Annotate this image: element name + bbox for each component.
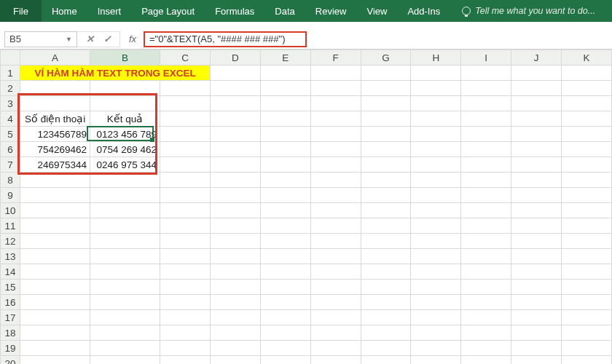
cell[interactable] [511,249,562,264]
cell[interactable] [90,203,160,218]
cell[interactable] [511,295,562,310]
cell[interactable] [210,341,260,356]
tab-file[interactable]: File [0,0,42,22]
cell[interactable] [160,325,211,341]
cell[interactable] [260,280,310,295]
cell[interactable] [461,203,511,218]
row-header-1[interactable]: 1 [1,66,20,81]
cell-B7[interactable]: 0246 975 344 [90,157,160,173]
cell[interactable] [90,280,160,295]
cell[interactable] [361,234,411,249]
cell[interactable] [562,188,612,203]
cell[interactable] [260,96,310,111]
cell[interactable] [310,127,361,142]
cell[interactable] [260,81,310,96]
cell[interactable] [562,249,612,264]
cell[interactable] [90,218,160,234]
cell[interactable] [310,142,361,157]
cell[interactable] [210,356,260,365]
cell[interactable] [411,264,461,280]
cell[interactable] [20,325,90,341]
row-header-7[interactable]: 7 [1,157,20,173]
cell[interactable] [20,188,90,203]
cell[interactable] [90,341,160,356]
cell[interactable] [90,325,160,341]
cell[interactable] [210,188,260,203]
cell[interactable] [160,310,211,325]
cell[interactable] [20,96,90,111]
cell[interactable] [20,310,90,325]
cell-A6[interactable]: 754269462 [20,142,90,157]
cell[interactable] [562,81,612,96]
cell[interactable] [310,341,361,356]
cell[interactable] [160,127,211,142]
cell[interactable] [361,203,411,218]
cell[interactable] [160,218,211,234]
cell[interactable] [562,203,612,218]
cell[interactable] [461,249,511,264]
cell[interactable] [461,325,511,341]
cell[interactable] [260,157,310,173]
cell[interactable] [260,142,310,157]
cell[interactable] [361,111,411,127]
cell-B5[interactable]: 0123 456 789 [90,127,160,142]
cell[interactable] [210,310,260,325]
cell[interactable] [361,96,411,111]
cell[interactable] [511,341,562,356]
cell[interactable] [411,218,461,234]
cell[interactable] [160,356,211,365]
cell[interactable] [511,66,562,81]
row-header-16[interactable]: 16 [1,295,20,310]
cell[interactable] [160,264,211,280]
cell[interactable] [511,111,562,127]
cell[interactable] [210,142,260,157]
cell[interactable] [361,173,411,188]
cell[interactable] [260,203,310,218]
cell[interactable] [20,173,90,188]
cell[interactable] [210,280,260,295]
row-header-6[interactable]: 6 [1,142,20,157]
tab-review[interactable]: Review [305,0,357,22]
cell[interactable] [461,81,511,96]
cell[interactable] [511,234,562,249]
cell[interactable] [90,96,160,111]
cell[interactable] [310,111,361,127]
cell[interactable] [411,203,461,218]
cell[interactable] [461,264,511,280]
cell[interactable] [511,356,562,365]
cell[interactable] [562,356,612,365]
cell[interactable] [562,325,612,341]
cell[interactable] [20,249,90,264]
cell[interactable] [20,295,90,310]
cell[interactable] [260,310,310,325]
cancel-formula-button[interactable]: ✕ [85,33,95,44]
cell[interactable] [411,234,461,249]
cell[interactable] [411,325,461,341]
cell[interactable] [90,295,160,310]
cell[interactable] [361,325,411,341]
cell[interactable] [461,356,511,365]
cell[interactable] [361,295,411,310]
cell[interactable] [260,188,310,203]
cell[interactable] [310,234,361,249]
cell[interactable] [361,249,411,264]
cell[interactable] [210,157,260,173]
cell[interactable] [562,127,612,142]
cell[interactable] [511,264,562,280]
col-header-K[interactable]: K [562,50,612,66]
cell[interactable] [160,96,211,111]
cell[interactable] [562,264,612,280]
cell[interactable] [411,111,461,127]
cell[interactable] [511,188,562,203]
row-header-18[interactable]: 18 [1,325,20,341]
cell[interactable] [562,96,612,111]
cell[interactable] [20,341,90,356]
cell[interactable] [361,280,411,295]
cell[interactable] [310,157,361,173]
row-header-2[interactable]: 2 [1,81,20,96]
cell[interactable] [310,96,361,111]
cell[interactable] [310,280,361,295]
cell[interactable] [20,356,90,365]
col-header-B[interactable]: B [90,50,160,66]
cell[interactable] [562,173,612,188]
